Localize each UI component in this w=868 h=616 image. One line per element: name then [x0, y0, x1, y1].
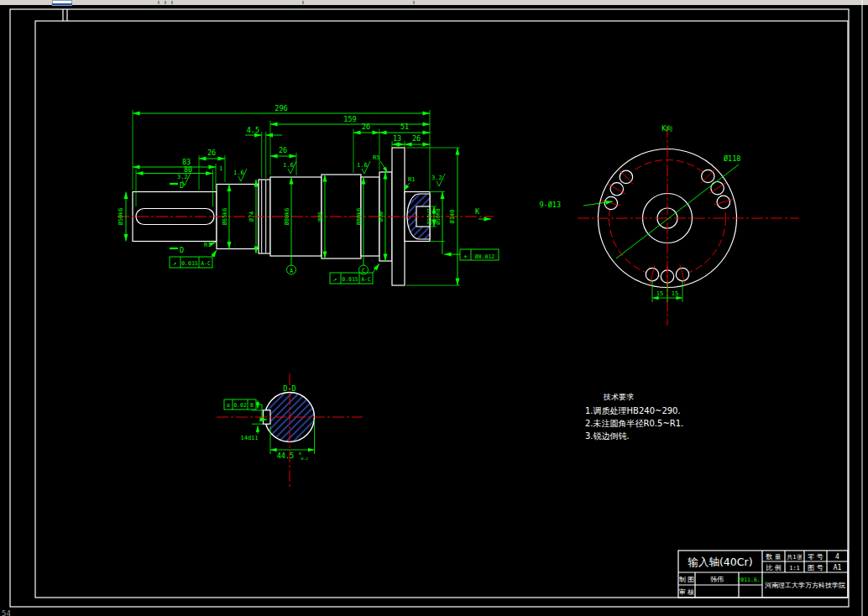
fcf2-symbol: ↗: [333, 276, 337, 283]
fcf1-datum: A-C: [201, 260, 211, 267]
datum-a-label: A: [290, 268, 294, 274]
field-sheetno-value: A1: [834, 564, 842, 572]
roughness-1-6-b: 1.6: [283, 162, 294, 169]
field-sheetno-label: 图 号: [808, 564, 824, 572]
bolt-circle-dia: Ø118: [724, 154, 740, 163]
fcf-sym-symbol: ≡: [227, 402, 230, 409]
dd-section-view: D-D ≡ 0.02 B 14d11: [217, 373, 363, 489]
drawing-canvas: 296 159 4.5 26 26 26 51 13 26 83 80 1: [0, 0, 868, 616]
field-qty-label: 数 量: [766, 553, 782, 561]
radius-r1-left: R1: [204, 242, 211, 248]
dim-26-mid: 26: [279, 146, 287, 154]
pitch-15-right: 15: [672, 290, 678, 297]
fcf1-value: 0.015: [181, 260, 198, 267]
drawn-date: 2011.6.1: [737, 577, 763, 583]
fcf3-value: Ø0.012: [475, 253, 495, 260]
dia-80c: Ø80k6: [356, 207, 363, 225]
radius-r1-right: R1: [408, 176, 415, 183]
cad-app-window: 296 159 4.5 26 26 26 51 13 26 83 80 1: [0, 0, 868, 616]
drawn-by-name: 韩伟: [710, 576, 724, 583]
field-scale-label: 比 例: [766, 564, 782, 572]
dd-title: D-D: [283, 384, 295, 393]
k-view-title: K向: [661, 124, 673, 133]
roughness-1-6-c: 1.6: [357, 162, 368, 169]
dia-140: Ø140: [449, 210, 456, 224]
fcf3-symbol: ⌖: [464, 253, 468, 260]
technical-notes: 技术要求 1.调质处理HB240~290. 2.未注圆角半径R0.5~R1. 3…: [585, 393, 683, 441]
dia-80a: Ø80k6: [284, 207, 290, 225]
title-block: 输入轴(40Cr) 数 量 共1张 零 号 4 比 例 1:1 图 号 A1 制…: [678, 551, 848, 598]
across-flat-value: 44.5: [277, 452, 294, 460]
dia-50b: Ø50h8: [435, 208, 442, 225]
notes-title: 技术要求: [603, 393, 634, 401]
horizontal-dimensions: [133, 113, 430, 174]
section-mark-top: D: [180, 181, 184, 190]
fcf-sym-datum: B: [250, 402, 254, 409]
roughness-3-2-boss: 3.2: [431, 175, 442, 181]
section-mark-bottom: D: [180, 246, 184, 254]
dim-13: 13: [393, 134, 401, 143]
main-view: 296 159 4.5 26 26 26 51 13 26 83 80 1: [118, 104, 499, 285]
dim-1: 1: [219, 165, 222, 172]
k-arrow-label: K: [475, 207, 480, 216]
fcf-sym-value: 0.02: [233, 402, 247, 409]
field-qty-value: 共1张: [787, 554, 802, 561]
k-view-arrow: K: [475, 207, 491, 219]
across-flat-tol-lo: -0.2: [299, 457, 308, 461]
pitch-15-left: 15: [656, 290, 663, 297]
dim-80: 80: [184, 165, 192, 174]
fcf2-datum: A-C: [361, 276, 371, 283]
drawn-by-label: 制 图: [679, 576, 695, 583]
key-width-label: 14d11: [240, 435, 258, 441]
dia-74: Ø74: [248, 211, 255, 222]
notes-line-2: 2.未注圆角半径R0.5~R1.: [585, 419, 683, 428]
bottom-ui-fragment: 54: [2, 609, 11, 616]
roughness-1-6-a: 1.6: [233, 170, 244, 176]
field-scale-value: 1:1: [789, 565, 800, 572]
fcf2-value: 0.015: [342, 276, 358, 283]
field-partno-value: 4: [835, 553, 839, 561]
part-name: 输入轴(40Cr): [688, 556, 752, 568]
dim-296: 296: [275, 104, 287, 112]
dia-90: Ø90: [378, 211, 384, 222]
dim-26-left: 26: [207, 149, 216, 157]
dim-4-5: 4.5: [247, 126, 259, 134]
sheet-border: [10, 0, 862, 616]
checked-by-label: 审 核: [679, 588, 695, 596]
notes-line-1: 1.调质处理HB240~290.: [585, 406, 681, 415]
dim-26-right: 26: [362, 123, 370, 131]
dia-50: Ø50k6: [118, 207, 124, 225]
dia-65: Ø65k6: [222, 207, 228, 225]
dia-85: Ø85: [317, 211, 324, 222]
across-flat-tol-hi: 0: [299, 452, 301, 456]
datum-a: A: [287, 264, 296, 274]
dim-26-boss: 26: [412, 134, 421, 143]
dia-20: Ø20H7: [426, 208, 433, 225]
organization: 河南理工大学万方科技学院: [765, 582, 845, 589]
roughness-3-2-keyway: 3.2: [177, 174, 188, 180]
dim-51: 51: [400, 123, 409, 131]
field-partno-label: 零 号: [808, 553, 824, 561]
radius-r5: R5: [373, 154, 379, 161]
dim-159: 159: [343, 115, 356, 123]
k-view: K向 Ø118 9-Ø13 15 15: [539, 124, 799, 326]
notes-line-3: 3.锐边倒钝.: [585, 431, 630, 441]
holes-callout: 9-Ø13: [539, 201, 561, 209]
fcf1-symbol: ↗: [173, 260, 176, 267]
